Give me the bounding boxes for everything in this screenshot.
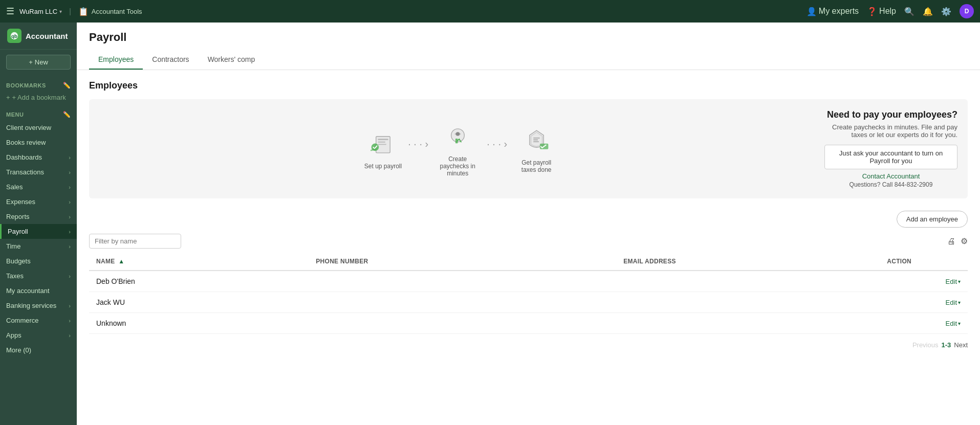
avatar-initials: D bbox=[965, 8, 969, 15]
notifications-button[interactable]: 🔔 bbox=[923, 7, 933, 16]
sidebar-label-apps: Apps bbox=[6, 331, 69, 339]
chevron-right-icon: › bbox=[69, 154, 71, 161]
settings-columns-button[interactable]: ⚙ bbox=[961, 236, 968, 246]
pagination-next[interactable]: Next bbox=[954, 341, 968, 349]
table-row: Deb O'Brien Edit ▾ bbox=[89, 271, 968, 292]
sidebar-item-time[interactable]: Time › bbox=[0, 239, 77, 254]
logo-icon: qb bbox=[7, 29, 21, 43]
print-button[interactable]: 🖨 bbox=[947, 237, 955, 246]
hamburger-icon[interactable]: ☰ bbox=[6, 6, 14, 17]
tab-contractors[interactable]: Contractors bbox=[143, 50, 198, 70]
employee-email-cell bbox=[616, 292, 880, 313]
banner-step-taxes: Get payroll taxes done bbox=[513, 124, 559, 173]
sidebar-label-taxes: Taxes bbox=[6, 272, 69, 280]
tab-workers-comp[interactable]: Workers' comp bbox=[199, 50, 265, 70]
menu-edit-icon[interactable]: ✏️ bbox=[63, 111, 71, 118]
sidebar: qb Accountant + New BOOKMARKS ✏️ + + Add… bbox=[0, 23, 77, 425]
banner-cta-desc: Create paychecks in minutes. File and pa… bbox=[824, 123, 957, 139]
new-button[interactable]: + New bbox=[6, 55, 71, 70]
banner-steps: Set up payroll · · · › bbox=[99, 121, 824, 177]
help-button[interactable]: ❓ Help bbox=[867, 7, 896, 16]
sidebar-item-transactions[interactable]: Transactions › bbox=[0, 165, 77, 180]
sidebar-label-commerce: Commerce bbox=[6, 317, 69, 324]
table-controls: 🖨 ⚙ bbox=[89, 234, 968, 249]
column-email-header: EMAIL ADDRESS bbox=[616, 253, 880, 271]
bookmarks-section-header[interactable]: BOOKMARKS ✏️ bbox=[0, 79, 77, 91]
sidebar-item-client-overview[interactable]: Client overview bbox=[0, 120, 77, 135]
tab-contractors-label: Contractors bbox=[152, 55, 189, 63]
company-chevron-icon: ▾ bbox=[59, 9, 62, 14]
divider: | bbox=[69, 7, 71, 15]
ask-accountant-button[interactable]: Just ask your accountant to turn on Payr… bbox=[824, 145, 957, 169]
sidebar-item-sales[interactable]: Sales › bbox=[0, 180, 77, 194]
chevron-right-icon: › bbox=[69, 199, 71, 205]
chevron-right-icon: › bbox=[69, 273, 71, 279]
call-text: Questions? Call 844-832-2909 bbox=[824, 181, 957, 188]
chevron-right-icon: › bbox=[69, 184, 71, 190]
chevron-down-icon: ▾ bbox=[958, 300, 961, 305]
sidebar-item-books-review[interactable]: Books review bbox=[0, 135, 77, 150]
avatar[interactable]: D bbox=[960, 4, 974, 18]
gear-icon: ⚙️ bbox=[941, 7, 951, 16]
pagination-current: 1-3 bbox=[941, 341, 951, 349]
edit-employee-button[interactable]: Edit ▾ bbox=[946, 320, 961, 327]
chevron-right-icon: › bbox=[69, 243, 71, 250]
sidebar-item-commerce[interactable]: Commerce › bbox=[0, 313, 77, 328]
svg-rect-3 bbox=[378, 139, 388, 140]
company-selector[interactable]: WuRam LLC ▾ bbox=[19, 8, 62, 15]
sidebar-item-budgets[interactable]: Budgets bbox=[0, 254, 77, 269]
sidebar-item-apps[interactable]: Apps › bbox=[0, 328, 77, 343]
chevron-right-icon: › bbox=[69, 303, 71, 309]
add-icon: + bbox=[6, 94, 10, 101]
edit-employee-button[interactable]: Edit ▾ bbox=[946, 299, 961, 306]
help-icon: ❓ bbox=[867, 7, 877, 16]
sidebar-label-payroll: Payroll bbox=[8, 228, 69, 235]
pagination-previous[interactable]: Previous bbox=[912, 341, 939, 349]
svg-point-9 bbox=[456, 132, 460, 136]
add-bookmark-button[interactable]: + + Add a bookmark bbox=[0, 91, 77, 104]
tab-employees[interactable]: Employees bbox=[89, 50, 143, 70]
employee-email-cell bbox=[616, 271, 880, 292]
bookmarks-edit-icon[interactable]: ✏️ bbox=[63, 82, 71, 89]
page-header: Payroll Employees Contractors Workers' c… bbox=[77, 23, 980, 70]
filter-by-name-input[interactable] bbox=[89, 234, 181, 249]
svg-text:qb: qb bbox=[11, 33, 17, 39]
banner-cta: Need to pay your employees? Create paych… bbox=[824, 109, 957, 188]
sidebar-label-budgets: Budgets bbox=[6, 257, 71, 265]
contact-accountant-link[interactable]: Contact Accountant bbox=[824, 172, 957, 180]
edit-employee-button[interactable]: Edit ▾ bbox=[946, 278, 961, 285]
search-button[interactable]: 🔍 bbox=[904, 7, 914, 16]
sidebar-item-taxes[interactable]: Taxes › bbox=[0, 269, 77, 283]
settings-button[interactable]: ⚙️ bbox=[941, 7, 951, 16]
svg-rect-5 bbox=[378, 144, 386, 145]
column-name-header[interactable]: NAME ▲ bbox=[89, 253, 309, 271]
chevron-right-icon: › bbox=[69, 332, 71, 339]
employees-section-title: Employees bbox=[89, 80, 968, 91]
my-experts-button[interactable]: 👤 My experts bbox=[807, 7, 859, 16]
menu-section-header[interactable]: MENU ✏️ bbox=[0, 108, 77, 120]
employee-name-cell: Deb O'Brien bbox=[89, 271, 309, 292]
banner-cta-title: Need to pay your employees? bbox=[824, 109, 957, 120]
svg-rect-12 bbox=[533, 139, 538, 140]
table-header-row: NAME ▲ PHONE NUMBER EMAIL ADDRESS ACTION bbox=[89, 253, 968, 271]
bell-icon: 🔔 bbox=[923, 7, 933, 16]
sidebar-item-my-accountant[interactable]: My accountant bbox=[0, 283, 77, 298]
top-nav: ☰ WuRam LLC ▾ | 📋 Accountant Tools 👤 My … bbox=[0, 0, 980, 23]
sidebar-label-expenses: Expenses bbox=[6, 198, 69, 206]
sidebar-item-banking-services[interactable]: Banking services › bbox=[0, 298, 77, 313]
tab-workers-comp-label: Workers' comp bbox=[208, 55, 255, 63]
table-icons: 🖨 ⚙ bbox=[947, 236, 968, 246]
accountant-tools-button[interactable]: 📋 Accountant Tools bbox=[78, 7, 142, 16]
sidebar-item-more[interactable]: More (0) bbox=[0, 343, 77, 357]
columns-settings-icon: ⚙ bbox=[961, 237, 968, 245]
setup-payroll-icon bbox=[365, 128, 401, 159]
sidebar-item-dashboards[interactable]: Dashboards › bbox=[0, 150, 77, 165]
add-employee-button[interactable]: Add an employee bbox=[897, 211, 968, 228]
chevron-down-icon: ▾ bbox=[958, 321, 961, 326]
my-experts-label: My experts bbox=[819, 7, 859, 16]
sidebar-item-payroll[interactable]: Payroll › bbox=[0, 224, 77, 239]
sidebar-item-reports[interactable]: Reports › bbox=[0, 209, 77, 224]
sidebar-item-expenses[interactable]: Expenses › bbox=[0, 194, 77, 209]
employee-email-cell bbox=[616, 313, 880, 334]
svg-rect-13 bbox=[533, 141, 539, 142]
